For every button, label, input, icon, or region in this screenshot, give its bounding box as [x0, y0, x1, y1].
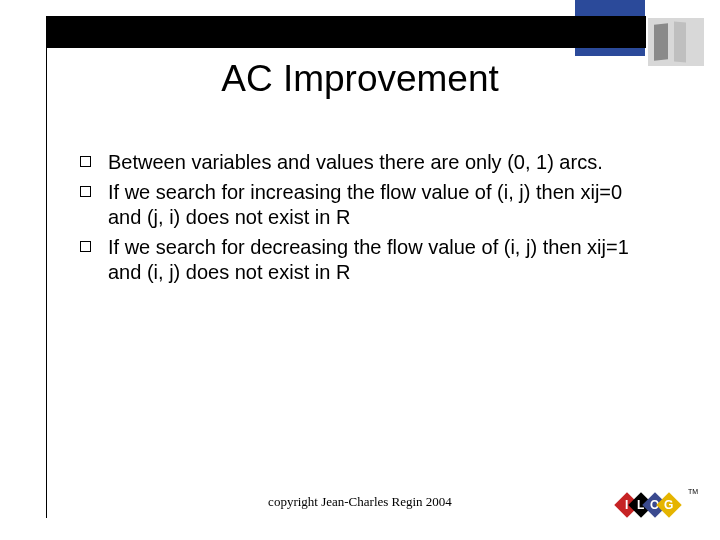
logo-tm: TM [688, 488, 698, 495]
footer-copyright: copyright Jean-Charles Regin 2004 [0, 494, 720, 510]
bullet-box-icon [80, 186, 91, 197]
list-item: Between variables and values there are o… [80, 150, 650, 176]
bullet-box-icon [80, 156, 91, 167]
ilog-logo: I L O G TM [618, 490, 692, 520]
bullet-box-icon [80, 241, 91, 252]
slide-title: AC Improvement [0, 58, 720, 100]
bullet-list: Between variables and values there are o… [80, 150, 650, 286]
list-item: If we search for increasing the flow val… [80, 180, 650, 231]
list-item-text: If we search for increasing the flow val… [108, 181, 622, 229]
logo-diamond-g: G [656, 492, 681, 517]
slide: AC Improvement Between variables and val… [0, 0, 720, 540]
list-item-text: Between variables and values there are o… [108, 151, 603, 173]
vertical-rule [46, 48, 47, 518]
slide-body: Between variables and values there are o… [80, 150, 650, 290]
list-item-text: If we search for decreasing the flow val… [108, 236, 629, 284]
logo-letter: G [664, 498, 673, 512]
header-black-bar [46, 16, 646, 48]
list-item: If we search for decreasing the flow val… [80, 235, 650, 286]
